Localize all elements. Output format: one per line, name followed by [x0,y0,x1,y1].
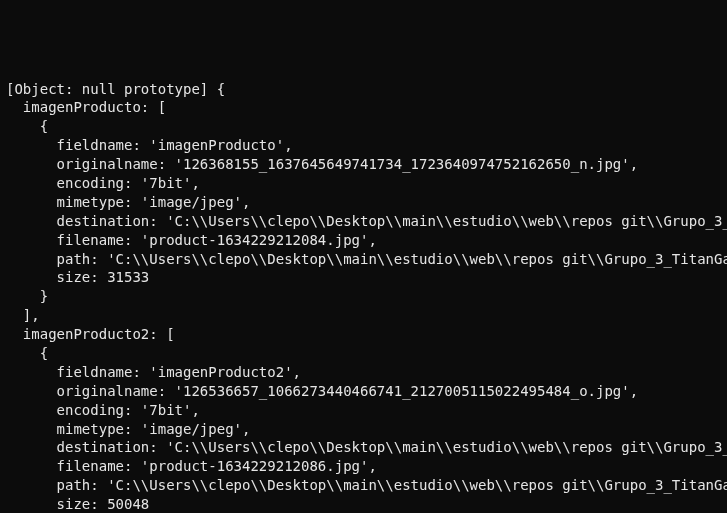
console-output: [Object: null prototype] { imagenProduct… [6,80,721,513]
